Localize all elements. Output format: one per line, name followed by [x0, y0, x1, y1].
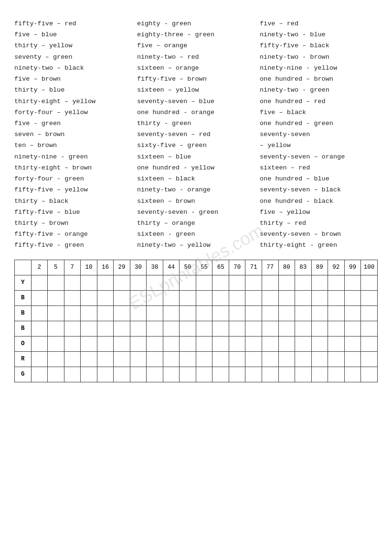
table-cell[interactable] [114, 275, 130, 290]
table-cell[interactable] [97, 305, 114, 321]
table-cell[interactable] [48, 305, 64, 321]
table-cell[interactable] [344, 290, 361, 305]
table-cell[interactable] [97, 290, 114, 305]
table-cell[interactable] [245, 275, 262, 290]
table-cell[interactable] [130, 321, 147, 336]
table-cell[interactable] [311, 321, 328, 336]
table-cell[interactable] [295, 321, 312, 336]
table-cell[interactable] [229, 290, 245, 305]
table-cell[interactable] [311, 351, 328, 367]
table-cell[interactable] [196, 351, 212, 367]
table-cell[interactable] [196, 336, 212, 351]
table-cell[interactable] [196, 290, 212, 305]
table-cell[interactable] [196, 305, 212, 321]
table-cell[interactable] [114, 305, 130, 321]
table-cell[interactable] [311, 336, 328, 351]
table-cell[interactable] [311, 290, 328, 305]
table-cell[interactable] [64, 367, 81, 382]
table-cell[interactable] [163, 367, 180, 382]
table-cell[interactable] [361, 351, 378, 367]
table-cell[interactable] [278, 367, 295, 382]
table-cell[interactable] [245, 351, 262, 367]
table-cell[interactable] [262, 305, 278, 321]
table-cell[interactable] [163, 321, 180, 336]
table-cell[interactable] [278, 336, 295, 351]
table-cell[interactable] [81, 305, 97, 321]
table-cell[interactable] [147, 305, 163, 321]
table-cell[interactable] [114, 351, 130, 367]
table-cell[interactable] [245, 336, 262, 351]
table-cell[interactable] [147, 275, 163, 290]
table-cell[interactable] [130, 351, 147, 367]
table-cell[interactable] [97, 336, 114, 351]
table-cell[interactable] [295, 275, 312, 290]
table-cell[interactable] [180, 321, 196, 336]
table-cell[interactable] [262, 351, 278, 367]
table-cell[interactable] [180, 367, 196, 382]
table-cell[interactable] [295, 351, 312, 367]
table-cell[interactable] [311, 367, 328, 382]
table-cell[interactable] [212, 351, 229, 367]
table-cell[interactable] [295, 367, 312, 382]
table-cell[interactable] [295, 305, 312, 321]
table-cell[interactable] [328, 321, 345, 336]
table-cell[interactable] [278, 305, 295, 321]
table-cell[interactable] [229, 275, 245, 290]
table-cell[interactable] [212, 290, 229, 305]
table-cell[interactable] [344, 336, 361, 351]
table-cell[interactable] [262, 321, 278, 336]
table-cell[interactable] [97, 351, 114, 367]
table-cell[interactable] [245, 290, 262, 305]
table-cell[interactable] [48, 367, 64, 382]
table-cell[interactable] [344, 351, 361, 367]
table-cell[interactable] [97, 275, 114, 290]
table-cell[interactable] [48, 290, 64, 305]
table-cell[interactable] [229, 321, 245, 336]
table-cell[interactable] [278, 351, 295, 367]
table-cell[interactable] [212, 275, 229, 290]
table-cell[interactable] [147, 351, 163, 367]
table-cell[interactable] [212, 336, 229, 351]
table-cell[interactable] [229, 305, 245, 321]
table-cell[interactable] [114, 290, 130, 305]
table-cell[interactable] [196, 275, 212, 290]
table-cell[interactable] [262, 336, 278, 351]
table-cell[interactable] [180, 275, 196, 290]
table-cell[interactable] [262, 290, 278, 305]
table-cell[interactable] [81, 321, 97, 336]
table-cell[interactable] [361, 290, 378, 305]
table-cell[interactable] [328, 336, 345, 351]
table-cell[interactable] [81, 275, 97, 290]
table-cell[interactable] [295, 336, 312, 351]
table-cell[interactable] [344, 321, 361, 336]
table-cell[interactable] [31, 367, 48, 382]
table-cell[interactable] [81, 336, 97, 351]
table-cell[interactable] [130, 290, 147, 305]
table-cell[interactable] [163, 336, 180, 351]
table-cell[interactable] [97, 321, 114, 336]
table-cell[interactable] [48, 351, 64, 367]
table-cell[interactable] [328, 351, 345, 367]
table-cell[interactable] [130, 305, 147, 321]
table-cell[interactable] [163, 351, 180, 367]
table-cell[interactable] [130, 367, 147, 382]
table-cell[interactable] [361, 336, 378, 351]
table-cell[interactable] [361, 367, 378, 382]
table-cell[interactable] [262, 367, 278, 382]
table-cell[interactable] [64, 290, 81, 305]
table-cell[interactable] [64, 275, 81, 290]
table-cell[interactable] [180, 305, 196, 321]
table-cell[interactable] [64, 351, 81, 367]
table-cell[interactable] [64, 336, 81, 351]
table-cell[interactable] [81, 290, 97, 305]
table-cell[interactable] [278, 321, 295, 336]
table-cell[interactable] [97, 367, 114, 382]
table-cell[interactable] [180, 290, 196, 305]
table-cell[interactable] [48, 321, 64, 336]
table-cell[interactable] [311, 275, 328, 290]
table-cell[interactable] [147, 290, 163, 305]
table-cell[interactable] [262, 275, 278, 290]
table-cell[interactable] [245, 305, 262, 321]
table-cell[interactable] [114, 321, 130, 336]
table-cell[interactable] [212, 367, 229, 382]
